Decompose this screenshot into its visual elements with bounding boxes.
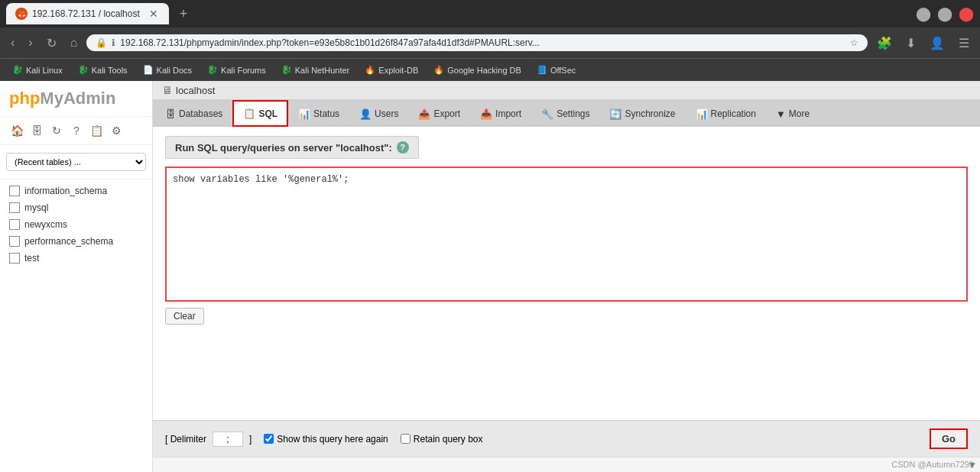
clear-button[interactable]: Clear — [165, 308, 204, 325]
settings-icon: 🔧 — [541, 108, 553, 120]
tab-more[interactable]: ▼ More — [766, 102, 819, 126]
profile-button[interactable]: 👤 — [925, 33, 949, 53]
db-item-newyxcms[interactable]: newyxcms — [0, 216, 152, 233]
users-icon: 👤 — [359, 108, 372, 120]
bookmark-item-kali-forums[interactable]: 🐉Kali Forums — [201, 63, 272, 77]
home-button[interactable]: ⌂ — [66, 33, 83, 53]
query-options: [ Delimiter ] Show this query here again… — [153, 420, 980, 457]
extensions-button[interactable]: 🧩 — [872, 33, 897, 53]
home-icon[interactable]: 🏠 — [9, 123, 24, 138]
main-content: 🖥 localhost 🗄 Databases 📋 SQL 📊 Status 👤… — [153, 81, 980, 472]
db-name: information_schema — [24, 186, 107, 196]
tab-replication[interactable]: 📊 Replication — [686, 102, 766, 126]
tab-export[interactable]: 📤 Export — [408, 102, 470, 126]
bookmark-favicon: 📘 — [537, 65, 547, 75]
bookmark-label: OffSec — [550, 66, 576, 75]
new-tab-button[interactable]: + — [175, 5, 193, 24]
go-button[interactable]: Go — [930, 428, 968, 449]
tab-users[interactable]: 👤 Users — [349, 102, 408, 126]
tab-status[interactable]: 📊 Status — [288, 102, 349, 126]
refresh-icon[interactable]: ↻ — [49, 123, 64, 138]
show-query-text: Show this query here again — [277, 434, 388, 445]
bookmark-item-offsec[interactable]: 📘OffSec — [531, 63, 582, 77]
recent-tables-container: (Recent tables) ... — [0, 145, 152, 179]
db-name: mysql — [24, 202, 48, 213]
db-item-test[interactable]: test — [0, 250, 152, 267]
bookmark-item-kali-docs[interactable]: 📄Kali Docs — [137, 63, 198, 77]
nav-tabs: 🗄 Databases 📋 SQL 📊 Status 👤 Users 📤 Exp… — [153, 100, 980, 127]
server-header: 🖥 localhost — [153, 81, 980, 100]
delimiter-label: [ Delimiter — [165, 434, 206, 445]
content-area: Run SQL query/queries on server "localho… — [153, 127, 980, 420]
more-chevron-icon: ▼ — [776, 108, 786, 120]
info-sidebar-icon[interactable]: ? — [69, 123, 84, 138]
tab-import-label: Import — [495, 108, 521, 119]
address-bar-container[interactable]: 🔒 ℹ ☆ — [86, 34, 868, 51]
tab-close-button[interactable]: ✕ — [148, 8, 160, 20]
minimize-button[interactable]: ⬤ — [916, 5, 931, 22]
copy-icon[interactable]: 📋 — [89, 123, 104, 138]
retain-query-checkbox[interactable] — [401, 434, 410, 444]
bookmark-star-icon[interactable]: ☆ — [850, 37, 858, 48]
bookmark-label: Kali Docs — [157, 66, 192, 75]
reload-button[interactable]: ↻ — [42, 33, 61, 53]
address-input[interactable] — [120, 37, 845, 48]
tab-settings-label: Settings — [557, 108, 589, 119]
sidebar-logo: phpMyAdmin — [0, 81, 152, 117]
browser-titlebar: 🦊 192.168.72.131 / localhost ✕ + ⬤ ⬤ ⬤ — [0, 0, 980, 27]
bookmark-item-kali-tools[interactable]: 🐉Kali Tools — [72, 63, 134, 77]
bookmark-label: Exploit-DB — [378, 66, 418, 75]
db-icon — [9, 202, 20, 213]
recent-tables-select[interactable]: (Recent tables) ... — [6, 153, 146, 171]
browser-chrome: 🦊 192.168.72.131 / localhost ✕ + ⬤ ⬤ ⬤ ‹… — [0, 0, 980, 81]
maximize-button[interactable]: ⬤ — [937, 5, 952, 22]
db-item-information-schema[interactable]: information_schema — [0, 183, 152, 199]
databases-icon: 🗄 — [166, 108, 176, 120]
sql-editor-container: show variables like '%general%'; — [165, 166, 968, 302]
sidebar-icon-row: 🏠 🗄 ↻ ? 📋 ⚙ — [0, 117, 152, 145]
help-icon[interactable]: ? — [397, 141, 409, 154]
bookmark-item-kali-linux[interactable]: 🐉Kali Linux — [6, 63, 69, 77]
browser-tab[interactable]: 🦊 192.168.72.131 / localhost ✕ — [6, 3, 169, 24]
tab-sql[interactable]: 📋 SQL — [232, 100, 288, 127]
server-icon: 🖥 — [162, 84, 173, 96]
sync-icon: 🔄 — [609, 108, 621, 120]
tab-import[interactable]: 📥 Import — [470, 102, 531, 126]
bookmark-favicon: 🔥 — [433, 65, 444, 75]
db-name: newyxcms — [24, 219, 67, 230]
logo-myadmin: MyAdmin — [40, 89, 115, 108]
replication-icon: 📊 — [696, 108, 708, 120]
delimiter-input[interactable] — [213, 432, 243, 447]
back-button[interactable]: ‹ — [6, 33, 19, 53]
tab-synchronize[interactable]: 🔄 Synchronize — [599, 102, 685, 126]
tab-status-label: Status — [313, 108, 339, 119]
scrollbar-area: ▼ — [153, 457, 980, 472]
database-icon[interactable]: 🗄 — [29, 123, 44, 138]
bookmark-label: Google Hacking DB — [447, 66, 521, 75]
download-button[interactable]: ⬇ — [901, 33, 920, 53]
status-icon: 📊 — [298, 108, 310, 120]
bookmark-item-google-hacking-db[interactable]: 🔥Google Hacking DB — [427, 63, 527, 77]
show-query-checkbox[interactable] — [264, 434, 274, 444]
bookmark-favicon: 📄 — [143, 65, 154, 75]
tab-users-label: Users — [375, 108, 398, 119]
db-icon — [9, 253, 20, 263]
sql-editor[interactable]: show variables like '%general%'; — [167, 168, 966, 298]
tab-settings[interactable]: 🔧 Settings — [531, 102, 599, 126]
export-icon: 📤 — [418, 108, 430, 120]
settings-sidebar-icon[interactable]: ⚙ — [109, 123, 124, 138]
close-button[interactable]: ⬤ — [959, 5, 974, 22]
bookmark-item-kali-nethunter[interactable]: 🐉Kali NetHunter — [275, 63, 356, 77]
bookmark-item-exploit-db[interactable]: 🔥Exploit-DB — [359, 63, 424, 77]
db-item-mysql[interactable]: mysql — [0, 199, 152, 216]
db-item-performance-schema[interactable]: performance_schema — [0, 233, 152, 250]
attribution: CSDN @Autumn7299 — [891, 460, 974, 469]
tab-synchronize-label: Synchronize — [625, 108, 675, 119]
bookmark-favicon: 🐉 — [207, 65, 218, 75]
security-icon: 🔒 — [96, 37, 107, 48]
forward-button[interactable]: › — [24, 33, 37, 53]
menu-button[interactable]: ☰ — [954, 33, 974, 53]
tab-title: 192.168.72.131 / localhost — [32, 8, 140, 19]
import-icon: 📥 — [480, 108, 492, 120]
tab-databases[interactable]: 🗄 Databases — [156, 102, 232, 126]
